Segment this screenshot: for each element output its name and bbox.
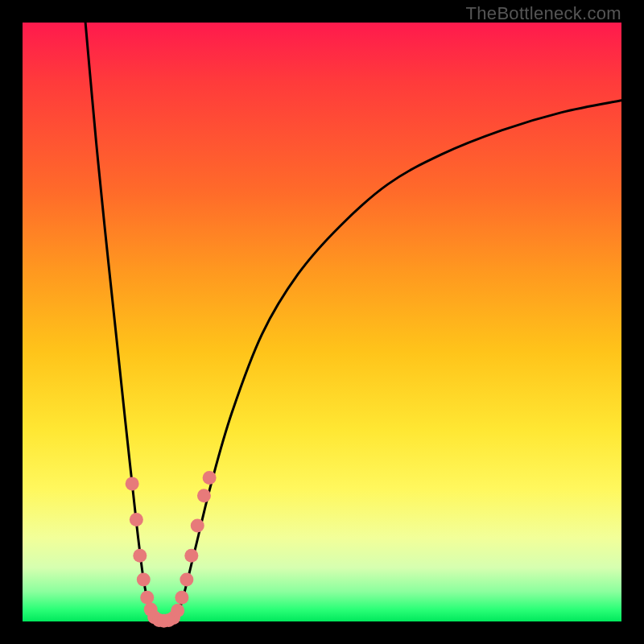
data-marker [140,591,154,605]
data-marker [184,549,198,563]
data-marker [203,471,217,485]
data-marker [180,572,193,586]
chart-frame: TheBottleneck.com [0,0,644,644]
data-marker [133,549,147,563]
data-marker [171,604,184,617]
data-marker [191,518,204,532]
data-marker [197,489,211,502]
data-marker [126,477,139,490]
bottleneck-curve [85,23,621,623]
chart-curves [0,0,644,644]
data-marker [175,591,188,605]
watermark-text: TheBottleneck.com [466,3,621,24]
data-marker [130,513,143,526]
data-marker [137,572,151,586]
